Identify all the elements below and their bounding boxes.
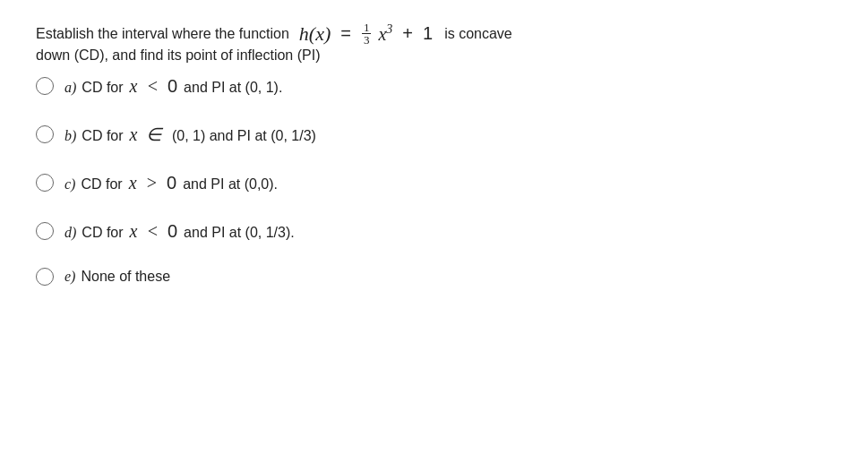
option-c: c) CD for x > 0 and PI at (0,0). xyxy=(36,169,832,196)
option-d-rest: and PI at (0, 1/3). xyxy=(184,222,295,244)
power-exp: 3 xyxy=(386,22,392,36)
option-e-label: e) None of these xyxy=(64,266,170,287)
option-b-label: b) CD for x ∈ (0, 1) and PI at (0, 1/3) xyxy=(64,121,316,148)
radio-c[interactable] xyxy=(36,174,54,192)
option-a-text: CD for xyxy=(82,77,123,99)
power-term: x3 xyxy=(378,22,392,45)
option-b-var: x xyxy=(130,121,138,148)
option-d-label: d) CD for x < 0 and PI at (0, 1/3). xyxy=(64,218,295,244)
constant-term: 1 xyxy=(423,23,433,44)
option-b-rest: (0, 1) and PI at (0, 1/3) xyxy=(168,125,315,147)
radio-b[interactable] xyxy=(36,125,54,143)
option-a-op: < xyxy=(146,73,159,99)
option-c-text: CD for xyxy=(81,174,122,195)
option-b-text: CD for xyxy=(82,125,123,147)
option-d-op: < xyxy=(146,218,159,244)
option-d-var: x xyxy=(130,218,138,244)
option-c-label: c) CD for x > 0 and PI at (0,0). xyxy=(64,169,278,196)
option-b: b) CD for x ∈ (0, 1) and PI at (0, 1/3) xyxy=(36,121,832,148)
function-notation: h(x) xyxy=(299,22,331,46)
option-a-val: 0 xyxy=(168,73,177,99)
option-c-var: x xyxy=(129,169,137,196)
option-d: d) CD for x < 0 and PI at (0, 1/3). xyxy=(36,218,832,244)
option-d-text: CD for xyxy=(82,222,123,244)
radio-e[interactable] xyxy=(36,268,54,286)
option-d-key: d) xyxy=(64,222,76,244)
option-e-text: None of these xyxy=(81,266,170,287)
func-name: h xyxy=(299,22,309,45)
radio-d[interactable] xyxy=(36,222,54,240)
option-a-rest: and PI at (0, 1). xyxy=(184,77,282,99)
fraction-coeff: 1 3 xyxy=(362,21,372,46)
option-c-op: > xyxy=(146,169,159,196)
question-text-line1-pre: Establish the interval where the functio… xyxy=(36,26,289,42)
question-header: Establish the interval where the functio… xyxy=(36,21,832,64)
question-text-line2: down (CD), and find its point of inflect… xyxy=(36,47,320,63)
option-a-var: x xyxy=(130,73,138,99)
is-concave-text: is concave xyxy=(444,26,512,42)
option-a-label: a) CD for x < 0 and PI at (0, 1). xyxy=(64,73,282,99)
answer-options: a) CD for x < 0 and PI at (0, 1). b) CD … xyxy=(36,73,832,287)
option-e: e) None of these xyxy=(36,266,832,287)
option-e-key: e) xyxy=(64,266,75,287)
option-d-val: 0 xyxy=(168,218,177,244)
radio-a[interactable] xyxy=(36,77,54,95)
option-c-rest: and PI at (0,0). xyxy=(183,174,278,195)
option-a: a) CD for x < 0 and PI at (0, 1). xyxy=(36,73,832,99)
equals-sign: = xyxy=(340,23,351,44)
func-arg: x xyxy=(315,22,324,45)
power-var: x xyxy=(378,24,386,44)
option-c-key: c) xyxy=(64,174,75,195)
plus-sign: + xyxy=(402,23,413,44)
option-a-key: a) xyxy=(64,77,76,99)
option-b-key: b) xyxy=(64,125,76,147)
option-b-op: ∈ xyxy=(146,121,161,148)
option-c-val: 0 xyxy=(167,169,176,196)
